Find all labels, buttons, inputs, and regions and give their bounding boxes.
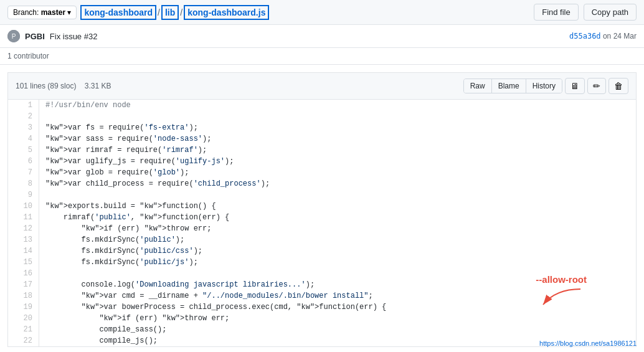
top-bar-actions: Find file Copy path <box>534 4 637 21</box>
line-content: "kw">var fs = require('fs-extra'); <box>39 122 636 133</box>
svg-text:P: P <box>12 33 16 40</box>
breadcrumb-file: kong-dashboard.js <box>184 5 269 20</box>
line-number: 21 <box>8 324 39 335</box>
line-content: fs.mkdirSync('public/js'); <box>39 257 636 268</box>
delete-icon-button[interactable]: 🗑 <box>608 78 628 94</box>
top-bar: Branch: master ▾ kong-dashboard / lib / … <box>0 0 644 25</box>
table-row: 1#!/usr/bin/env node <box>8 100 636 111</box>
table-row: 15 fs.mkdirSync('public/js'); <box>8 257 636 268</box>
line-number: 11 <box>8 212 39 223</box>
line-content: fs.mkdirSync('public/css'); <box>39 245 636 257</box>
table-row: 17 console.log('Downloading javascript l… <box>8 279 636 290</box>
table-row: 21 compile_sass(); <box>8 324 636 335</box>
table-row: 6"kw">var uglify_js = require('uglify-js… <box>8 156 636 167</box>
breadcrumb-repo[interactable]: kong-dashboard <box>80 5 156 20</box>
line-number: 18 <box>8 290 39 302</box>
table-row: 16 <box>8 268 636 279</box>
footer-url: https://blog.csdn.net/sa1986121 <box>539 340 637 347</box>
footer-link: https://blog.csdn.net/sa1986121 <box>539 340 637 347</box>
commit-date-prefix: on <box>603 32 611 40</box>
annotation-container: 1#!/usr/bin/env node2 3"kw">var fs = req… <box>7 100 637 347</box>
line-content: "kw">var uglify_js = require('uglify-js'… <box>39 156 636 167</box>
history-button[interactable]: History <box>526 79 562 93</box>
line-number: 22 <box>8 335 39 346</box>
commit-row: P PGBI Fix issue #32 d55a36d on 24 Mar <box>0 25 644 48</box>
file-meta: 101 lines (89 sloc) 3.31 KB <box>16 82 111 90</box>
code-table: 1#!/usr/bin/env node2 3"kw">var fs = req… <box>8 100 636 346</box>
commit-author[interactable]: PGBI <box>25 32 45 41</box>
line-number: 17 <box>8 279 39 290</box>
line-content: "kw">exports.build = "kw">function() { <box>39 201 636 212</box>
table-row: 11 rimraf('public', "kw">function(err) { <box>8 212 636 223</box>
line-number: 15 <box>8 257 39 268</box>
commit-meta: d55a36d on 24 Mar <box>569 32 637 40</box>
line-content: rimraf('public', "kw">function(err) { <box>39 212 636 223</box>
line-content: "kw">var cmd = __dirname + "/../node_mod… <box>39 290 636 302</box>
commit-message: Fix issue #32 <box>50 32 98 41</box>
line-number: 3 <box>8 122 39 133</box>
main-content: 101 lines (89 sloc) 3.31 KB Raw Blame Hi… <box>0 72 644 352</box>
line-number: 1 <box>8 100 39 111</box>
line-content: "kw">if (err) "kw">throw err; <box>39 313 636 324</box>
table-row: 12 "kw">if (err) "kw">throw err; <box>8 223 636 234</box>
view-mode-group: Raw Blame History <box>463 78 562 93</box>
commit-info: P PGBI Fix issue #32 <box>7 30 97 42</box>
file-size: 3.31 KB <box>85 82 111 90</box>
table-row: 9 <box>8 189 636 201</box>
line-content <box>39 111 636 122</box>
avatar: P <box>7 30 20 42</box>
table-row: 4"kw">var sass = require('node-sass'); <box>8 133 636 145</box>
table-row: 3"kw">var fs = require('fs-extra'); <box>8 122 636 133</box>
line-number: 7 <box>8 167 39 178</box>
find-file-button[interactable]: Find file <box>534 4 579 21</box>
line-content: "kw">if (err) "kw">throw err; <box>39 223 636 234</box>
breadcrumb: kong-dashboard / lib / kong-dashboard.js <box>80 5 269 20</box>
line-content: "kw">var child_process = require('child_… <box>39 178 636 189</box>
line-content <box>39 268 636 279</box>
file-info-bar: 101 lines (89 sloc) 3.31 KB Raw Blame Hi… <box>7 72 637 100</box>
table-row: 14 fs.mkdirSync('public/css'); <box>8 245 636 257</box>
line-content: "kw">var sass = require('node-sass'); <box>39 133 636 145</box>
blame-button[interactable]: Blame <box>492 79 526 93</box>
line-number: 5 <box>8 145 39 156</box>
commit-hash[interactable]: d55a36d <box>569 32 601 40</box>
display-icon-button[interactable]: 🖥 <box>565 78 585 94</box>
line-number: 9 <box>8 189 39 201</box>
table-row: 19 "kw">var bowerProcess = child_process… <box>8 302 636 313</box>
contributor-label: contributor <box>14 52 49 60</box>
contributor-count: 1 <box>7 52 12 60</box>
line-number: 14 <box>8 245 39 257</box>
line-content: console.log('Downloading javascript libr… <box>39 279 636 290</box>
commit-date: 24 Mar <box>613 32 637 40</box>
line-number: 10 <box>8 201 39 212</box>
line-content: #!/usr/bin/env node <box>39 100 636 111</box>
line-content <box>39 189 636 201</box>
table-row: 13 fs.mkdirSync('public'); <box>8 234 636 245</box>
branch-selector: Branch: master ▾ kong-dashboard / lib / … <box>7 5 269 20</box>
file-actions: Raw Blame History 🖥 ✏ 🗑 <box>463 78 628 94</box>
line-content: "kw">var glob = require('glob'); <box>39 167 636 178</box>
table-row: 20 "kw">if (err) "kw">throw err; <box>8 313 636 324</box>
breadcrumb-sep1: / <box>158 7 160 17</box>
table-row: 8"kw">var child_process = require('child… <box>8 178 636 189</box>
branch-dropdown[interactable]: Branch: master ▾ <box>7 6 77 19</box>
line-number: 8 <box>8 178 39 189</box>
line-number: 20 <box>8 313 39 324</box>
line-number: 19 <box>8 302 39 313</box>
line-number: 6 <box>8 156 39 167</box>
table-row: 18 "kw">var cmd = __dirname + "/../node_… <box>8 290 636 302</box>
copy-path-button[interactable]: Copy path <box>584 4 637 21</box>
edit-icon-button[interactable]: ✏ <box>587 78 606 94</box>
branch-name: master <box>41 8 65 17</box>
raw-button[interactable]: Raw <box>464 79 492 93</box>
file-lines: 101 lines (89 sloc) <box>16 82 76 90</box>
table-row: 2 <box>8 111 636 122</box>
line-number: 4 <box>8 133 39 145</box>
code-container[interactable]: 1#!/usr/bin/env node2 3"kw">var fs = req… <box>7 100 637 347</box>
line-content: fs.mkdirSync('public'); <box>39 234 636 245</box>
breadcrumb-dir[interactable]: lib <box>161 5 179 20</box>
branch-chevron-icon: ▾ <box>67 8 71 17</box>
line-content: compile_sass(); <box>39 324 636 335</box>
table-row: 10"kw">exports.build = "kw">function() { <box>8 201 636 212</box>
breadcrumb-sep2: / <box>180 7 182 17</box>
